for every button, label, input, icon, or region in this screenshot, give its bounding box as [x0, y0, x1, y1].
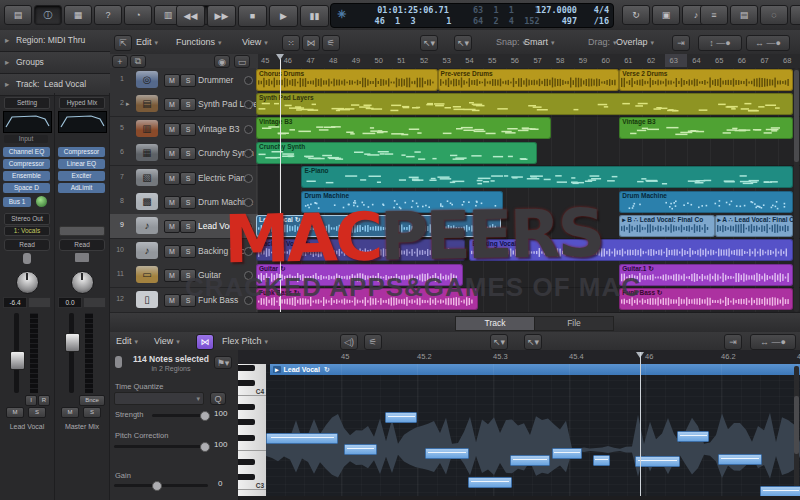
track-solo-button[interactable]: S — [180, 98, 196, 111]
command-click-tool-menu[interactable]: ↖▾ — [454, 35, 472, 51]
flex-pitch-note[interactable] — [344, 444, 377, 455]
lcd-display[interactable]: ✳ 01:01:25:06.71 46 1 3 1 63 1 1 1 64 2 … — [330, 3, 614, 28]
track-solo-button[interactable]: S — [180, 147, 196, 160]
black-key[interactable] — [238, 365, 255, 371]
region-lead-vocal[interactable]: Lead Vocal ↻ — [256, 215, 501, 237]
lcd-gear-icon[interactable]: ✳ — [337, 9, 346, 19]
record-ready-icon[interactable] — [244, 296, 253, 305]
black-key[interactable] — [238, 435, 255, 441]
flex-pitch-note[interactable] — [425, 448, 469, 459]
editor-filter-icon[interactable]: ⚟ — [364, 334, 382, 350]
editor-edit-menu[interactable]: Edit — [116, 334, 138, 348]
track-mute-button[interactable]: M — [164, 269, 180, 282]
editor-view-menu[interactable]: View — [154, 334, 180, 348]
mute-button[interactable]: M — [6, 407, 24, 418]
send-knob[interactable] — [36, 196, 47, 207]
eq-thumbnail[interactable] — [58, 111, 107, 133]
cycle-button[interactable]: ↻ — [622, 5, 650, 25]
flex-pitch-note[interactable] — [510, 455, 550, 466]
track-solo-button[interactable]: S — [180, 245, 196, 258]
forward-button[interactable]: ▶▶ — [207, 5, 236, 27]
bar-ruler[interactable]: 4546474849505152535455565758596061626364… — [258, 54, 800, 69]
drag-value[interactable]: Overlap — [616, 35, 654, 49]
track-mute-button[interactable]: M — [164, 294, 180, 307]
duplicate-track-button[interactable]: ⧉ — [130, 55, 146, 68]
playhead[interactable] — [280, 54, 281, 312]
flex-mode-icon[interactable]: ⋈ — [196, 334, 214, 350]
snap-value[interactable]: Smart — [524, 35, 555, 49]
playhead-marker[interactable] — [276, 54, 284, 60]
record-ready-icon[interactable] — [244, 174, 253, 183]
selection-tool-button[interactable]: ⚑▾ — [214, 356, 232, 369]
region-vintage-b3[interactable]: Vintage B3 — [256, 117, 551, 139]
tab-file[interactable]: File — [534, 316, 614, 331]
flex-mode-select[interactable]: Flex Pitch — [222, 334, 268, 348]
record-ready-icon[interactable] — [244, 271, 253, 280]
track-filter-icon[interactable]: ⚟ — [322, 35, 340, 51]
region-guitar-1[interactable]: Guitar.1 ↻ — [619, 264, 793, 286]
record-ready-icon[interactable] — [244, 247, 253, 256]
black-key[interactable] — [238, 404, 255, 410]
browsers-button[interactable]: ▨ — [790, 5, 800, 25]
plugin-slot[interactable]: Ensemble — [3, 171, 50, 181]
eq-thumbnail[interactable] — [3, 111, 52, 133]
track-solo-button[interactable]: S — [180, 172, 196, 185]
plugin-slot[interactable]: Linear EQ — [58, 159, 105, 169]
catch-playhead-icon[interactable]: ⇥ — [672, 35, 690, 51]
track-mute-button[interactable]: M — [164, 245, 180, 258]
region-pre-verse-drums[interactable]: Pre-verse Drums — [438, 69, 620, 91]
track-mute-button[interactable]: M — [164, 196, 180, 209]
plugin-slot[interactable]: Channel EQ — [3, 147, 50, 157]
pause-button[interactable]: ▮▮ — [300, 5, 329, 27]
region-inspector-header[interactable]: Region: MIDI Thru — [0, 30, 110, 52]
editor-playhead[interactable] — [640, 352, 641, 496]
plugin-slot[interactable]: Space D — [3, 183, 50, 193]
track-header-guitar[interactable]: 11▭MSGuitar — [110, 263, 259, 288]
send-slot[interactable]: Bus 1 — [3, 197, 31, 207]
region-funk-bass[interactable]: Funk Bass ↻ — [619, 288, 793, 310]
lcd-division[interactable]: /16 — [581, 16, 609, 26]
arrange-functions-menu[interactable]: Functions — [176, 35, 222, 49]
fader-thumb[interactable] — [65, 333, 80, 352]
record-ready-icon[interactable] — [244, 198, 253, 207]
pan-knob[interactable] — [71, 271, 94, 294]
rewind-button[interactable]: ◀◀ — [176, 5, 205, 27]
track-solo-button[interactable]: S — [180, 294, 196, 307]
fader-thumb[interactable] — [10, 351, 25, 370]
plugin-slot[interactable]: AdLimit — [58, 183, 105, 193]
lcd-bar-position[interactable]: 46 1 3 1 — [355, 16, 471, 26]
region-drum-machine[interactable]: Drum Machine — [301, 191, 503, 213]
volume-value[interactable]: -6.4 — [3, 297, 27, 308]
editor-zoom-slider[interactable]: ↔ —● — [750, 334, 796, 350]
track-solo-button[interactable]: S — [180, 220, 196, 233]
group-slot[interactable] — [59, 226, 105, 236]
region--b-lead-vocal-final-co[interactable]: ▸ B ∴ Lead Vocal: Final Co — [619, 215, 714, 237]
arrange-view-menu[interactable]: View — [242, 35, 268, 49]
track-header-backing-vocal[interactable]: 10♪MSBacking Vocal — [110, 239, 259, 264]
track-mute-button[interactable]: M — [164, 74, 180, 87]
region-funk-bass[interactable]: Funk Bass ↻ — [256, 288, 478, 310]
track-header-vintage-b3[interactable]: 5▥MSVintage B3 — [110, 117, 259, 142]
plugin-slot[interactable]: Compressor — [3, 159, 50, 169]
automation-icon[interactable]: ⁙ — [282, 35, 300, 51]
track-solo-button[interactable]: S — [180, 123, 196, 136]
group-slot[interactable]: 1: Vocals — [4, 226, 50, 236]
track-header-drummer[interactable]: 1◎MSDrummer — [110, 68, 259, 93]
track-mute-button[interactable]: M — [164, 123, 180, 136]
tab-track[interactable]: Track — [455, 316, 535, 331]
flex-icon[interactable]: ⋈ — [302, 35, 320, 51]
track-header-crunchy-synth[interactable]: 6▦MSCrunchy Synth — [110, 141, 259, 166]
lcd-tempo-alt[interactable]: 497 — [515, 16, 577, 26]
library-button[interactable]: ▤ — [4, 5, 32, 25]
channel-strip-setting-button[interactable]: Setting — [4, 97, 50, 109]
list-editors-button[interactable]: ≡ — [700, 5, 728, 25]
volume-value[interactable]: 0.0 — [58, 297, 82, 308]
region-synth-pad-layers[interactable]: Synth Pad Layers — [256, 93, 793, 115]
track-header-electric-piano[interactable]: 7▧MSElectric Piano — [110, 166, 259, 191]
lcd-smpte-time[interactable]: 01:01:25:06.71 — [355, 5, 471, 15]
track-zoom-icon[interactable]: ◉ — [214, 55, 230, 68]
quantize-apply-button[interactable]: Q — [210, 392, 226, 405]
solo-button[interactable]: S — [83, 407, 101, 418]
flex-pitch-note[interactable] — [760, 486, 800, 496]
region-verse-2-drums[interactable]: Verse 2 Drums — [619, 69, 793, 91]
